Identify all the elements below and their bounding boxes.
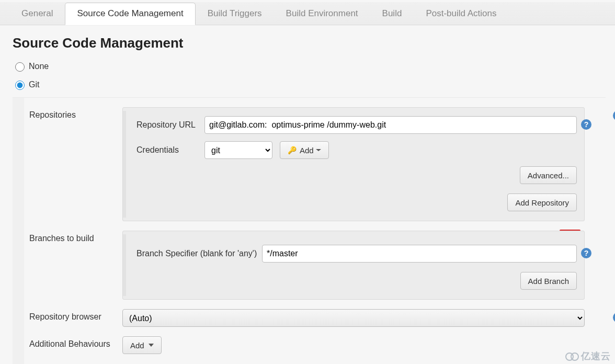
branch-specifier-input[interactable] — [262, 245, 577, 263]
branches-label: Branches to build — [28, 231, 122, 243]
tab-build-environment[interactable]: Build Environment — [274, 3, 370, 25]
repo-browser-label: Repository browser — [28, 309, 122, 322]
caret-down-icon — [149, 344, 154, 347]
scm-radio-none-label: None — [29, 62, 49, 71]
scm-radio-git[interactable] — [15, 81, 25, 90]
repositories-panel: Repository URL ? Credentials — [122, 107, 585, 221]
scm-radio-git-label: Git — [29, 80, 39, 89]
add-behaviour-button[interactable]: Add — [122, 336, 162, 354]
additional-behaviours-label: Additional Behaviours — [28, 336, 122, 349]
help-icon[interactable]: ? — [613, 110, 615, 121]
tab-build[interactable]: Build — [370, 3, 414, 25]
scm-radio-none-row: None — [13, 61, 606, 72]
add-branch-button[interactable]: Add Branch — [520, 272, 577, 290]
tab-build-triggers[interactable]: Build Triggers — [196, 3, 274, 25]
advanced-button[interactable]: Advanced... — [520, 166, 577, 184]
config-tabs: General Source Code Management Build Tri… — [0, 2, 615, 25]
scm-radio-none[interactable] — [15, 62, 25, 72]
watermark-icon — [565, 351, 579, 361]
watermark: 亿速云 — [565, 350, 611, 362]
add-behaviour-label: Add — [130, 341, 144, 350]
tab-scm[interactable]: Source Code Management — [65, 3, 195, 25]
help-icon[interactable]: ? — [581, 248, 591, 258]
branches-panel: Branch Specifier (blank for 'any') ? Add… — [122, 231, 585, 300]
tab-post-build[interactable]: Post-build Actions — [414, 3, 508, 25]
section-heading: Source Code Management — [13, 35, 606, 51]
add-credentials-button[interactable]: 🔑 Add — [280, 141, 329, 159]
repositories-label: Repositories — [28, 107, 122, 120]
repo-url-label: Repository URL — [136, 120, 204, 130]
credentials-select[interactable]: git — [204, 141, 272, 159]
repo-url-input[interactable] — [204, 116, 577, 134]
branch-specifier-label: Branch Specifier (blank for 'any') — [136, 249, 262, 258]
key-icon: 🔑 — [288, 146, 297, 154]
help-icon[interactable]: ? — [613, 312, 615, 323]
repo-browser-select[interactable]: (Auto) — [122, 309, 585, 327]
help-icon[interactable]: ? — [581, 119, 591, 130]
scm-radio-git-row: Git — [13, 79, 606, 90]
section-stripe — [13, 98, 24, 364]
tab-general[interactable]: General — [9, 3, 65, 25]
add-credentials-label: Add — [300, 146, 314, 155]
credentials-label: Credentials — [136, 145, 204, 155]
add-repository-button[interactable]: Add Repository — [507, 194, 577, 211]
